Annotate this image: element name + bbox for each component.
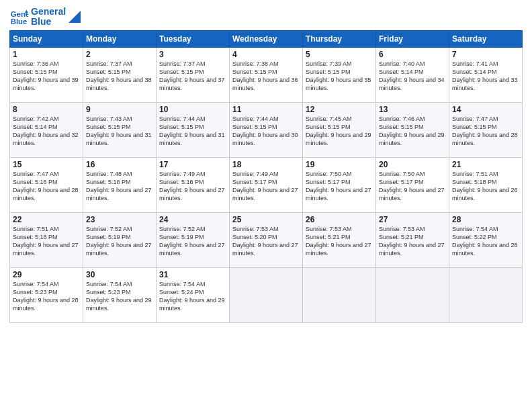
day-info: Sunrise: 7:45 AMSunset: 5:15 PMDaylight:… [306,116,371,146]
calendar-week-4: 22 Sunrise: 7:51 AMSunset: 5:18 PMDaylig… [10,212,523,267]
calendar-cell: 12 Sunrise: 7:45 AMSunset: 5:15 PMDaylig… [303,102,376,157]
day-number: 21 [452,160,519,169]
day-info: Sunrise: 7:38 AMSunset: 5:15 PMDaylight:… [232,60,298,91]
day-info: Sunrise: 7:50 AMSunset: 5:17 PMDaylight:… [306,171,371,201]
day-number: 6 [379,50,446,59]
day-number: 26 [306,215,373,224]
svg-text:Blue: Blue [11,17,28,26]
day-info: Sunrise: 7:53 AMSunset: 5:21 PMDaylight:… [306,226,371,257]
header: General Blue General Blue [9,7,523,28]
day-info: Sunrise: 7:37 AMSunset: 5:15 PMDaylight:… [159,60,225,91]
day-info: Sunrise: 7:47 AMSunset: 5:16 PMDaylight:… [13,171,79,201]
day-number: 9 [86,105,153,114]
day-number: 3 [159,50,226,59]
day-number: 30 [86,270,153,279]
day-info: Sunrise: 7:51 AMSunset: 5:18 PMDaylight:… [13,226,79,257]
day-info: Sunrise: 7:54 AMSunset: 5:23 PMDaylight:… [13,281,79,312]
day-info: Sunrise: 7:53 AMSunset: 5:20 PMDaylight:… [232,226,298,257]
calendar-week-3: 15 Sunrise: 7:47 AMSunset: 5:16 PMDaylig… [10,157,523,212]
day-info: Sunrise: 7:46 AMSunset: 5:15 PMDaylight:… [379,116,445,146]
weekday-header-friday: Friday [376,30,449,47]
day-info: Sunrise: 7:51 AMSunset: 5:18 PMDaylight:… [452,171,518,201]
day-number: 2 [86,50,153,59]
day-number: 19 [306,160,373,169]
calendar-cell: 9 Sunrise: 7:43 AMSunset: 5:15 PMDayligh… [83,102,157,157]
logo-icon: General Blue [9,7,28,26]
calendar-cell: 15 Sunrise: 7:47 AMSunset: 5:16 PMDaylig… [10,157,83,212]
weekday-header-tuesday: Tuesday [157,30,230,47]
calendar-table: SundayMondayTuesdayWednesdayThursdayFrid… [9,30,523,323]
day-number: 11 [232,105,300,114]
day-info: Sunrise: 7:54 AMSunset: 5:23 PMDaylight:… [86,281,152,312]
day-info: Sunrise: 7:54 AMSunset: 5:24 PMDaylight:… [159,281,225,312]
day-info: Sunrise: 7:50 AMSunset: 5:17 PMDaylight:… [379,171,445,201]
day-number: 29 [13,270,80,279]
day-number: 5 [306,50,373,59]
calendar-cell [230,267,303,322]
svg-marker-3 [69,11,81,23]
calendar-cell: 4 Sunrise: 7:38 AMSunset: 5:15 PMDayligh… [230,47,303,102]
calendar-cell: 28 Sunrise: 7:54 AMSunset: 5:22 PMDaylig… [449,212,523,267]
day-info: Sunrise: 7:48 AMSunset: 5:16 PMDaylight:… [86,171,152,201]
calendar-cell: 7 Sunrise: 7:41 AMSunset: 5:14 PMDayligh… [449,47,523,102]
calendar-cell: 27 Sunrise: 7:53 AMSunset: 5:21 PMDaylig… [376,212,449,267]
calendar-cell: 11 Sunrise: 7:44 AMSunset: 5:15 PMDaylig… [230,102,303,157]
calendar-header: SundayMondayTuesdayWednesdayThursdayFrid… [10,30,523,47]
day-number: 22 [13,215,80,224]
day-number: 28 [452,215,519,224]
weekday-header-wednesday: Wednesday [230,30,303,47]
weekday-header-thursday: Thursday [303,30,376,47]
day-number: 18 [232,160,300,169]
day-info: Sunrise: 7:40 AMSunset: 5:14 PMDaylight:… [379,60,445,91]
day-number: 7 [452,50,519,59]
weekday-header-sunday: Sunday [10,30,83,47]
day-number: 17 [159,160,226,169]
calendar-cell [303,267,376,322]
day-info: Sunrise: 7:44 AMSunset: 5:15 PMDaylight:… [159,116,225,146]
day-number: 16 [86,160,153,169]
day-number: 25 [232,215,300,224]
calendar-cell: 31 Sunrise: 7:54 AMSunset: 5:24 PMDaylig… [157,267,230,322]
day-info: Sunrise: 7:44 AMSunset: 5:15 PMDaylight:… [232,116,298,146]
calendar-cell: 26 Sunrise: 7:53 AMSunset: 5:21 PMDaylig… [303,212,376,267]
day-number: 12 [306,105,373,114]
calendar-cell: 21 Sunrise: 7:51 AMSunset: 5:18 PMDaylig… [449,157,523,212]
calendar-cell: 23 Sunrise: 7:52 AMSunset: 5:19 PMDaylig… [83,212,157,267]
calendar-cell: 24 Sunrise: 7:52 AMSunset: 5:19 PMDaylig… [157,212,230,267]
day-number: 10 [159,105,226,114]
day-number: 31 [159,270,226,279]
day-number: 27 [379,215,446,224]
logo-blue: Blue [31,17,66,27]
day-number: 15 [13,160,80,169]
day-info: Sunrise: 7:49 AMSunset: 5:16 PMDaylight:… [159,171,225,201]
calendar-cell: 3 Sunrise: 7:37 AMSunset: 5:15 PMDayligh… [157,47,230,102]
calendar-cell: 10 Sunrise: 7:44 AMSunset: 5:15 PMDaylig… [157,102,230,157]
calendar-week-1: 1 Sunrise: 7:36 AMSunset: 5:15 PMDayligh… [10,47,523,102]
calendar-week-2: 8 Sunrise: 7:42 AMSunset: 5:14 PMDayligh… [10,102,523,157]
calendar-cell: 20 Sunrise: 7:50 AMSunset: 5:17 PMDaylig… [376,157,449,212]
day-number: 13 [379,105,446,114]
day-info: Sunrise: 7:37 AMSunset: 5:15 PMDaylight:… [86,60,152,91]
calendar-cell [376,267,449,322]
calendar-cell: 17 Sunrise: 7:49 AMSunset: 5:16 PMDaylig… [157,157,230,212]
calendar-cell: 14 Sunrise: 7:47 AMSunset: 5:15 PMDaylig… [449,102,523,157]
logo-triangle-icon [69,11,81,23]
calendar-cell: 5 Sunrise: 7:39 AMSunset: 5:15 PMDayligh… [303,47,376,102]
day-info: Sunrise: 7:47 AMSunset: 5:15 PMDaylight:… [452,116,518,146]
day-info: Sunrise: 7:41 AMSunset: 5:14 PMDaylight:… [452,60,518,91]
calendar-container: General Blue General Blue SundayMondayTu… [0,0,532,328]
day-number: 20 [379,160,446,169]
calendar-cell: 2 Sunrise: 7:37 AMSunset: 5:15 PMDayligh… [83,47,157,102]
logo-general: General [31,7,66,17]
day-info: Sunrise: 7:36 AMSunset: 5:15 PMDaylight:… [13,60,79,91]
calendar-cell [449,267,523,322]
day-number: 8 [13,105,80,114]
day-number: 1 [13,50,80,59]
weekday-header-saturday: Saturday [449,30,523,47]
calendar-cell: 6 Sunrise: 7:40 AMSunset: 5:14 PMDayligh… [376,47,449,102]
day-info: Sunrise: 7:52 AMSunset: 5:19 PMDaylight:… [86,226,152,257]
day-number: 4 [232,50,300,59]
calendar-cell: 13 Sunrise: 7:46 AMSunset: 5:15 PMDaylig… [376,102,449,157]
calendar-cell: 29 Sunrise: 7:54 AMSunset: 5:23 PMDaylig… [10,267,83,322]
day-number: 14 [452,105,519,114]
